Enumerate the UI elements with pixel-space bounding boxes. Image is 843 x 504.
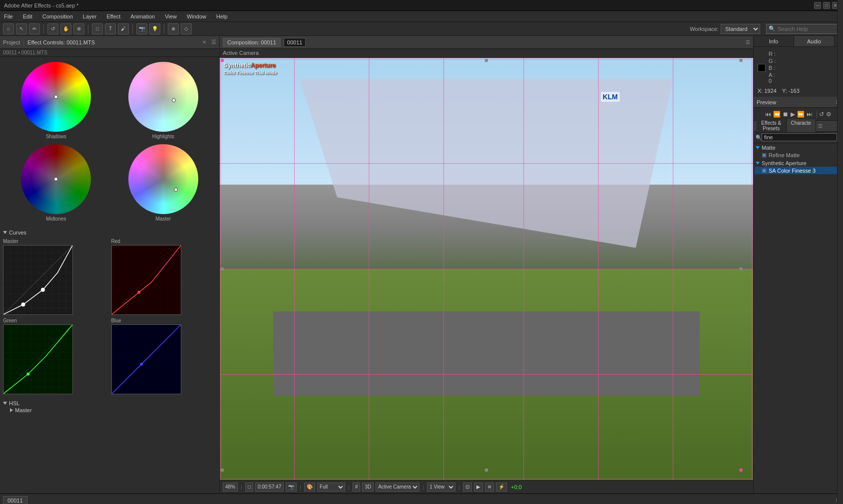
menu-animation[interactable]: Animation: [128, 13, 157, 19]
fast-preview-btn[interactable]: ⚡: [496, 483, 507, 492]
effects-search-input[interactable]: [762, 133, 837, 141]
zoom-tool-btn[interactable]: ⊕: [73, 23, 84, 34]
master-wheel-label: Master: [155, 216, 171, 222]
menu-bar: File Edit Composition Layer Effect Anima…: [0, 11, 843, 22]
camera-tool[interactable]: 📷: [136, 23, 147, 34]
menu-file[interactable]: File: [2, 13, 15, 19]
hand-tool[interactable]: ✋: [60, 23, 71, 34]
safe-zones-btn[interactable]: ⊡: [463, 483, 472, 492]
text-tool[interactable]: T: [105, 23, 116, 34]
timeline-tab[interactable]: 00011: [3, 496, 27, 504]
hsl-header[interactable]: HSL: [3, 400, 216, 406]
y-coord: Y: -163: [782, 88, 800, 94]
matte-group-label: Matte: [762, 145, 776, 151]
zoom-btn[interactable]: 48%: [223, 483, 238, 492]
prev-settings[interactable]: ⚙: [826, 111, 832, 118]
green-curve-label: Green: [3, 318, 108, 323]
composition-tab[interactable]: Composition: 00011: [223, 38, 281, 47]
highlights-wheel[interactable]: [128, 62, 198, 132]
refine-matte-item[interactable]: ▣ Refine Matte: [755, 151, 842, 159]
synthetic-aperture-group-header[interactable]: Synthetic Aperture: [755, 160, 842, 167]
matte-expand-icon: [756, 146, 760, 149]
tab-audio[interactable]: Audio: [794, 36, 835, 46]
master-dot[interactable]: [174, 188, 178, 192]
menu-edit[interactable]: Edit: [21, 13, 34, 19]
resolution-btn[interactable]: □: [245, 483, 253, 492]
timecode-display-btn[interactable]: 0:00:57:47: [255, 483, 284, 492]
color-btn[interactable]: 🎨: [304, 483, 315, 492]
project-label: Project: [3, 39, 20, 45]
menu-effect[interactable]: Effect: [104, 13, 122, 19]
snap-btn[interactable]: 📷: [286, 483, 297, 492]
separator-1: [43, 24, 44, 33]
red-curve-canvas[interactable]: [111, 245, 181, 315]
highlights-dot[interactable]: [172, 98, 176, 102]
workspace-select[interactable]: Standard All Panels Minimal: [721, 24, 760, 34]
motion-blur-btn[interactable]: ≋: [485, 483, 494, 492]
viewport[interactable]: KLM SyntheticAperture Color Finesse Tria…: [220, 58, 753, 480]
effects-menu[interactable]: ☰: [816, 123, 825, 129]
coord-display: X: 1924 Y: -163: [756, 87, 841, 95]
shadows-dot[interactable]: [54, 95, 58, 99]
master-curve-canvas[interactable]: [3, 245, 73, 315]
menu-window[interactable]: Window: [185, 13, 208, 19]
master-curve-label: Master: [3, 239, 108, 244]
light-tool[interactable]: 💡: [149, 23, 160, 34]
color-wheels-area: Shadows Highlights Midtones: [0, 57, 219, 227]
left-panel-scrollbar[interactable]: [837, 0, 843, 504]
shadows-wheel[interactable]: [21, 62, 91, 132]
grid-btn[interactable]: #: [353, 483, 361, 492]
synthetic-aperture-group: Synthetic Aperture ▣ SA Color Finesse 3: [755, 160, 842, 174]
curves-header[interactable]: Curves: [3, 230, 216, 236]
midtones-dot[interactable]: [54, 177, 58, 181]
select-tool[interactable]: ↖: [16, 23, 27, 34]
menu-composition[interactable]: Composition: [40, 13, 75, 19]
mask-tool[interactable]: ◇: [181, 23, 192, 34]
sa-color-finesse-item[interactable]: ▣ SA Color Finesse 3: [755, 167, 842, 174]
curves-section: Curves Master: [0, 227, 219, 397]
prev-stop[interactable]: ⏹: [783, 111, 789, 118]
hsl-collapse-icon: [3, 402, 7, 405]
menu-help[interactable]: Help: [214, 13, 230, 19]
comp-panel-menu[interactable]: ☰: [746, 39, 750, 45]
render-btn[interactable]: ▶: [474, 483, 483, 492]
tab-info[interactable]: Info: [754, 36, 794, 46]
search-help-input[interactable]: [778, 26, 838, 32]
view-select[interactable]: 1 View 2 Views: [427, 483, 455, 492]
panel-menu-btn[interactable]: ☰: [211, 39, 216, 45]
timeline-header: 00011 ☰: [0, 494, 843, 504]
menu-view[interactable]: View: [163, 13, 179, 19]
panel-close-btn[interactable]: ✕: [202, 39, 206, 45]
matte-group-header[interactable]: Matte: [755, 144, 842, 151]
prev-play[interactable]: ▶: [791, 111, 795, 118]
prev-last-frame[interactable]: ⏭: [807, 111, 813, 118]
highlights-label: Highlights: [152, 134, 174, 139]
character-tab[interactable]: Characte: [787, 119, 817, 132]
3d-btn[interactable]: 3D: [362, 483, 374, 492]
minimize-button[interactable]: ─: [814, 2, 821, 9]
prev-first-frame[interactable]: ⏮: [765, 111, 771, 118]
composition-controls: 48% | □ 0:00:57:47 📷 | 🎨 Full Half Quart…: [220, 480, 753, 493]
brush-tool[interactable]: 🖌: [118, 23, 129, 34]
effects-presets-tab[interactable]: Effects & Presets: [757, 119, 787, 132]
green-curve-canvas[interactable]: [3, 324, 73, 394]
rgba-values: R : G : B : A : 0: [769, 51, 779, 85]
separator3: |: [348, 484, 350, 490]
blue-curve-canvas[interactable]: [111, 324, 181, 394]
prev-loop[interactable]: ↺: [819, 111, 824, 118]
camera-select[interactable]: Active Camera: [376, 483, 420, 492]
pen-tool[interactable]: ✏: [29, 23, 40, 34]
prev-backward[interactable]: ⏪: [773, 111, 781, 118]
master-wheel[interactable]: [128, 144, 198, 214]
menu-layer[interactable]: Layer: [81, 13, 99, 19]
shape-tool[interactable]: □: [92, 23, 103, 34]
highlights-wheel-container: Highlights: [112, 62, 215, 139]
midtones-wheel[interactable]: [21, 144, 91, 214]
maximize-button[interactable]: □: [823, 2, 830, 9]
anchor-tool[interactable]: ⊕: [168, 23, 179, 34]
prev-forward[interactable]: ⏩: [797, 111, 805, 118]
rotate-tool[interactable]: ↺: [47, 23, 58, 34]
red-curve-panel: Red: [111, 239, 217, 315]
quality-select[interactable]: Full Half Quarter: [317, 483, 345, 492]
home-tool[interactable]: ⌂: [3, 23, 14, 34]
